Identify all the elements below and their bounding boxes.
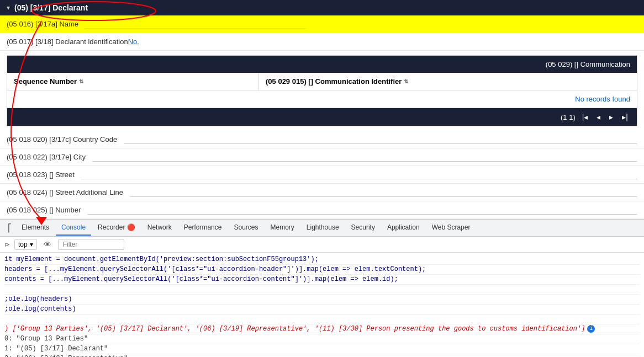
last-page-btn[interactable]: ▸|: [620, 111, 630, 122]
comm-table-columns: Sequence Number ⇅ (05 029 015) [] Commun…: [7, 73, 637, 90]
tab-lighthouse[interactable]: Lighthouse: [301, 220, 345, 236]
console-output-array: ) ['Group 13 Parties', '(05) [3/17] Decl…: [4, 324, 640, 334]
tab-elements[interactable]: Elements: [16, 220, 55, 236]
console-item: 1: "(05) [3/17] Declarant": [4, 345, 108, 353]
console-code: ;ole.log(headers): [4, 295, 72, 303]
dropdown-arrow: ▾: [30, 241, 33, 248]
console-code: contents = [...myElement.querySelectorAl…: [4, 275, 398, 283]
sort-icon[interactable]: ⇅: [79, 78, 83, 84]
comm-id-column: (05 029 015) [] Communication Identifier…: [259, 73, 637, 90]
devtools-left-icon[interactable]: ⊳: [4, 241, 10, 248]
eye-icon[interactable]: 👁: [41, 239, 54, 250]
devtools-tabs-bar: ⎡ Elements Console Recorder 🔴 Network Pe…: [0, 219, 644, 237]
collapse-icon[interactable]: ▾: [7, 4, 10, 12]
console-item: 2: "(06) [3/19] Representative": [4, 355, 128, 357]
tab-recorder[interactable]: Recorder 🔴: [92, 220, 141, 236]
field-code-name: (05 016) [3/17a] Name: [7, 20, 78, 28]
tab-console[interactable]: Console: [56, 220, 91, 236]
section-title: (05) [3/17] Declarant: [14, 3, 88, 12]
field-code-street-add: (05 018 024) [] Street Additional Line: [7, 188, 123, 196]
field-code-street: (05 018 023) [] Street: [7, 170, 75, 179]
console-line: ;ole.log(headers): [4, 295, 640, 305]
declarant-id-link[interactable]: No.: [128, 38, 139, 46]
form-row-name: (05 016) [3/17a] Name: [0, 15, 644, 33]
console-code: ;ole.log(contents): [4, 305, 76, 313]
tab-sources[interactable]: Sources: [228, 220, 263, 236]
field-code-number: (05 018 025) [] Number: [7, 206, 81, 214]
console-line: 0: "Group 13 Parties": [4, 334, 640, 344]
street-add-input[interactable]: [130, 188, 637, 197]
first-page-btn[interactable]: |◂: [580, 111, 590, 122]
console-blank: [4, 285, 640, 295]
field-code-declarant-id: (05 017) [3/18] Declarant identification: [7, 38, 128, 46]
tab-memory[interactable]: Memory: [265, 220, 300, 236]
console-line: it myElement = document.getElementById('…: [4, 255, 640, 265]
country-input[interactable]: [124, 135, 637, 144]
seq-num-column: Sequence Number ⇅: [7, 73, 259, 90]
form-row-street-add: (05 018 024) [] Street Additional Line: [0, 184, 644, 201]
communication-table: (05 029) [] Communication Sequence Numbe…: [7, 55, 637, 126]
next-page-btn[interactable]: ▸: [607, 111, 615, 122]
sort-icon-2[interactable]: ⇅: [404, 78, 408, 84]
console-blank: [4, 315, 640, 324]
no-records-message: No records found: [7, 90, 637, 108]
tab-application[interactable]: Application: [382, 220, 425, 236]
console-line: 1: "(05) [3/17] Declarant": [4, 344, 640, 354]
form-row-country: (05 018 020) [3/17c] Country Code: [0, 131, 644, 148]
devtools-side-panel-btn[interactable]: ⎡: [4, 223, 15, 232]
form-row-city: (05 018 022) [3/17e] City: [0, 148, 644, 166]
console-code: it myElement = document.getElementById('…: [4, 255, 319, 263]
form-row-number: (05 018 025) [] Number: [0, 201, 644, 219]
console-item: 0: "Group 13 Parties": [4, 335, 88, 343]
console-line: contents = [...myElement.querySelectorAl…: [4, 275, 640, 285]
name-input[interactable]: [85, 20, 306, 29]
tab-network[interactable]: Network: [142, 220, 177, 236]
street-input[interactable]: [81, 170, 637, 179]
console-line: ;ole.log(contents): [4, 305, 640, 315]
page-info: (1 1): [561, 113, 576, 121]
prev-page-btn[interactable]: ◂: [594, 111, 603, 122]
form-row-declarant-id: (05 017) [3/18] Declarant identification…: [0, 33, 644, 51]
tab-security[interactable]: Security: [346, 220, 381, 236]
info-icon: i: [587, 325, 595, 333]
console-line: headers = [...myElement.querySelectorAll…: [4, 265, 640, 275]
context-label: top: [18, 241, 28, 248]
city-input[interactable]: [92, 153, 637, 162]
console-output: it myElement = document.getElementById('…: [0, 253, 644, 357]
context-dropdown[interactable]: top ▾: [14, 239, 37, 250]
form-row-street: (05 018 023) [] Street: [0, 166, 644, 184]
comm-table-header: (05 029) [] Communication: [7, 56, 637, 73]
console-array-output: ) ['Group 13 Parties', '(05) [3/17] Decl…: [4, 325, 585, 333]
section-header: ▾ (05) [3/17] Declarant: [0, 0, 644, 15]
console-line: 2: "(06) [3/19] Representative": [4, 354, 640, 357]
number-input[interactable]: [87, 206, 637, 215]
pagination-row: (1 1) |◂ ◂ ▸ ▸|: [7, 108, 637, 126]
tab-performance[interactable]: Performance: [178, 220, 228, 236]
field-code-country: (05 018 020) [3/17c] Country Code: [7, 135, 117, 143]
console-filter-input[interactable]: [58, 239, 124, 250]
communication-section: (05 029) [] Communication Sequence Numbe…: [0, 51, 644, 131]
field-code-city: (05 018 022) [3/17e] City: [7, 153, 86, 161]
console-code: headers = [...myElement.querySelectorAll…: [4, 265, 426, 273]
console-toolbar: ⊳ top ▾ 👁: [0, 237, 644, 253]
tab-web-scraper[interactable]: Web Scraper: [426, 220, 476, 236]
